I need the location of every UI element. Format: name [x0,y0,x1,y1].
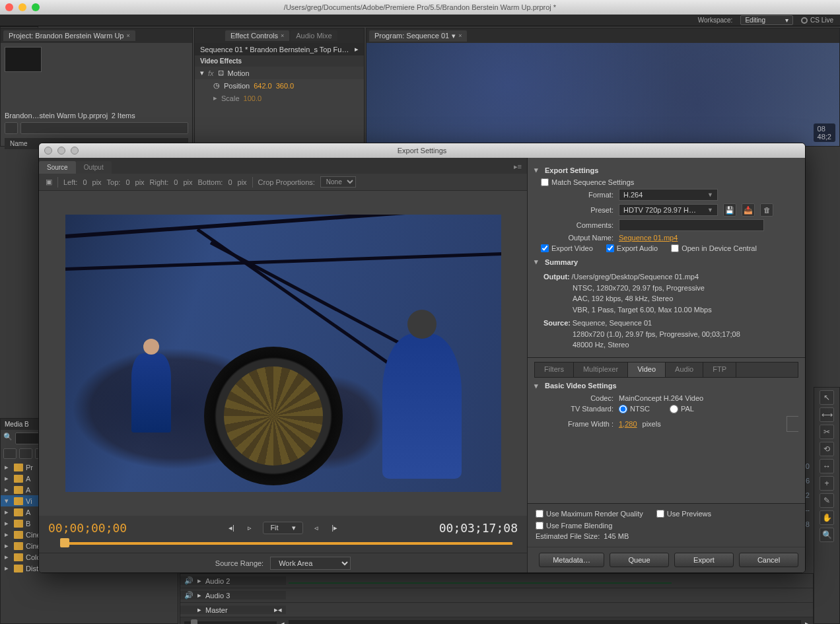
delete-preset-icon[interactable]: 🗑 [760,203,773,217]
export-video-checkbox[interactable] [541,244,549,252]
link-dimensions-icon[interactable] [787,416,798,432]
ntsc-radio[interactable]: NTSC [619,405,650,413]
import-preset-icon[interactable]: 📥 [742,203,755,217]
comments-input[interactable] [619,219,764,231]
position-y-value[interactable]: 360.0 [276,82,295,90]
queue-button[interactable]: Queue [610,553,669,567]
position-x-value[interactable]: 642.0 [254,82,272,90]
motion-effect[interactable]: ▾ fx ⊡ Motion [195,67,364,79]
scroll-left-icon[interactable]: ◂ [281,619,285,625]
workspace-select[interactable]: Editing▾ [740,15,793,25]
in-timecode[interactable]: 00;00;00;00 [48,521,127,535]
zoom-fit-select[interactable]: Fit▾ [263,522,302,534]
use-previews-checkbox[interactable] [656,510,664,518]
project-search-input[interactable] [20,122,188,134]
tool-button[interactable]: ✂ [820,425,834,439]
export-subtab-ftp[interactable]: FTP [703,363,736,377]
dialog-minimize-button[interactable] [57,147,65,155]
close-icon[interactable]: × [281,32,284,39]
set-out-icon[interactable]: |▸ [330,524,340,533]
match-sequence-checkbox[interactable] [541,178,549,186]
position-property[interactable]: ◷ Position 642.0 360.0 [195,79,364,92]
tool-button[interactable]: ⟷ [820,407,834,422]
project-tab[interactable]: Project: Brandon Berstein Warm Up× [3,30,135,41]
crop-top-value[interactable]: 0 [125,178,129,186]
program-monitor-video[interactable]: 0848;2 [367,43,839,146]
basic-video-settings-header[interactable]: ▾Basic Video Settings [534,382,798,390]
export-preview-image[interactable] [65,215,501,492]
dialog-zoom-button[interactable] [71,147,79,155]
export-subtab-filters[interactable]: Filters [535,363,574,377]
twirl-right-icon[interactable]: ▸ [5,474,11,483]
fx-filter-button[interactable] [3,448,17,459]
twirl-down-icon[interactable]: ▾ [200,69,204,77]
crop-right-value[interactable]: 0 [174,178,178,186]
twirl-right-icon[interactable]: ▸ [197,606,201,614]
effect-controls-tab[interactable]: Effect Controls× [225,30,289,41]
playhead[interactable] [60,538,69,547]
output-name-link[interactable]: Sequence 01.mp4 [619,234,678,242]
tool-button[interactable]: ✎ [820,493,834,508]
expand-icon[interactable]: ▸◂ [274,606,282,614]
dialog-titlebar[interactable]: Export Settings [39,143,805,158]
scrub-bar[interactable] [48,539,518,548]
twirl-right-icon[interactable]: ▸ [5,541,11,550]
set-in-icon[interactable]: ◂| [226,524,236,533]
timeline-track-master[interactable]: ▸Master▸◂ [180,603,813,617]
step-back-icon[interactable]: ▹ [244,524,255,533]
chevron-right-icon[interactable]: ▸ [355,45,359,53]
stopwatch-icon[interactable]: ◷ [213,81,220,90]
timeline-track-audio3[interactable]: 🔊▸Audio 3 [180,588,813,603]
search-icon[interactable] [5,122,18,134]
cancel-button[interactable]: Cancel [739,553,798,567]
program-tab[interactable]: Program: Sequence 01▾× [369,30,467,42]
twirl-right-icon[interactable]: ▸ [5,564,11,572]
dialog-close-button[interactable] [44,147,52,155]
zoom-window-button[interactable] [32,3,40,11]
tool-button[interactable]: ↔ [820,459,834,473]
twirl-right-icon[interactable]: ▸ [197,591,201,600]
frame-width-value[interactable]: 1,280 [619,420,637,428]
twirl-right-icon[interactable]: ▸ [5,553,11,561]
export-subtab-audio[interactable]: Audio [666,363,703,377]
out-timecode[interactable]: 00;03;17;08 [439,521,518,535]
scroll-right-icon[interactable]: ▸ [805,619,809,625]
twirl-right-icon[interactable]: ▸ [5,463,11,471]
twirl-right-icon[interactable]: ▸ [5,530,11,539]
crop-proportions-select[interactable]: None [320,176,356,188]
twirl-right-icon[interactable]: ▸ [5,508,11,516]
zoom-slider[interactable] [184,621,277,624]
save-preset-icon[interactable]: 💾 [723,203,736,217]
step-fwd-icon[interactable]: ◃ [311,524,322,533]
close-icon[interactable]: × [458,32,462,39]
export-subtab-multiplexer[interactable]: Multiplexer [574,363,628,377]
export-button[interactable]: Export [674,553,734,567]
video-effects-header[interactable]: Video Effects [195,55,364,67]
source-range-select[interactable]: Work Area [270,557,351,570]
device-central-checkbox[interactable] [671,244,679,252]
summary-header[interactable]: ▾Summary [534,258,798,266]
crop-bottom-value[interactable]: 0 [228,178,232,186]
twirl-right-icon[interactable]: ▾ [5,497,11,505]
crop-icon[interactable]: ▣ [46,178,52,186]
pal-radio[interactable]: PAL [670,405,694,413]
audio-mixer-tab[interactable]: Audio Mixe [291,30,337,41]
twirl-right-icon[interactable]: ▸ [213,94,217,102]
tool-button[interactable]: ↖ [820,390,834,405]
panel-menu-icon[interactable]: ▸≡ [508,160,527,174]
close-icon[interactable]: × [126,32,129,39]
timeline-clip[interactable] [289,582,672,584]
tool-button[interactable]: ⟲ [820,442,834,456]
twirl-right-icon[interactable]: ▸ [5,519,11,528]
tool-button[interactable]: ✋ [820,510,834,525]
preset-select[interactable]: HDTV 720p 29.97 H…▼ [619,204,718,216]
export-audio-checkbox[interactable] [606,244,614,252]
close-window-button[interactable] [5,3,13,11]
tool-button[interactable]: + [820,476,834,491]
project-thumbnail[interactable] [5,47,42,72]
tool-button[interactable]: 🔍 [820,528,834,542]
source-tab[interactable]: Source [39,161,76,174]
fx-filter-button[interactable] [19,448,32,459]
scale-property[interactable]: ▸ Scale 100.0 [195,92,364,104]
minimize-window-button[interactable] [18,3,26,11]
